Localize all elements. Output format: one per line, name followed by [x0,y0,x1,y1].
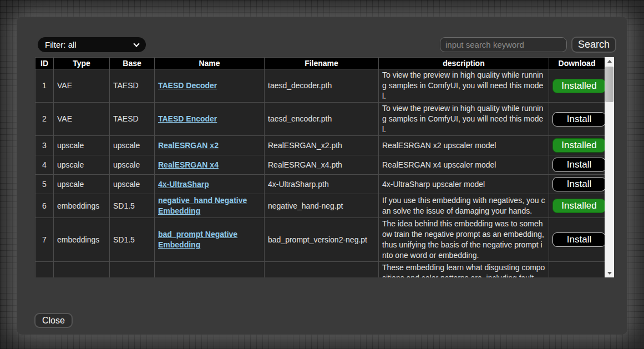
cell-filename: taesd_decoder.pth [265,69,379,103]
models-table-container: ID Type Base Name Filename description D… [35,57,614,277]
table-row: 1VAETAESDTAESD Decodertaesd_decoder.pthT… [36,69,605,103]
table-row: 4upscaleupscaleRealESRGAN x4RealESRGAN_x… [36,155,605,175]
table-header-row: ID Type Base Name Filename description D… [36,58,605,69]
cell-filename: RealESRGAN_x2.pth [265,136,379,155]
table-row: 3upscaleupscaleRealESRGAN x2RealESRGAN_x… [36,136,605,155]
cell-base: TAESD [110,103,155,136]
models-table-body: 1VAETAESDTAESD Decodertaesd_decoder.pthT… [36,69,605,278]
cell-type: embeddings [54,218,110,262]
cell-filename [265,262,379,278]
cell-type: embeddings [54,194,110,218]
models-table: ID Type Base Name Filename description D… [35,57,605,277]
column-header-id: ID [36,58,54,69]
cell-download [549,262,605,278]
model-name-link[interactable]: 4x-UltraSharp [158,180,209,189]
cell-id: 3 [36,136,54,155]
cell-download: Install [549,175,605,194]
column-header-type: Type [54,58,110,69]
install-button[interactable]: Install [552,158,606,172]
search-input[interactable] [440,37,567,52]
cell-type: VAE [54,69,110,103]
cell-id: 2 [36,103,54,136]
close-button[interactable]: Close [34,313,73,328]
cell-filename: taesd_encoder.pth [265,103,379,136]
cell-base: TAESD [110,69,155,103]
cell-filename: 4x-UltraSharp.pth [265,175,379,194]
cell-name: TAESD Encoder [155,103,265,136]
column-header-base: Base [110,58,155,69]
table-row: 5upscaleupscale4x-UltraSharp4x-UltraShar… [36,175,605,194]
cell-filename: RealESRGAN_x4.pth [265,155,379,175]
table-scrollbar[interactable] [605,57,614,277]
cell-description: The idea behind this embedding was to so… [379,218,549,262]
filter-dropdown-label: Filter: all [45,40,77,49]
cell-download: Installed [549,194,605,218]
table-row: 7embeddingsSD1.5bad_prompt Negative Embe… [36,218,605,262]
cell-type: upscale [54,136,110,155]
cell-id: 5 [36,175,54,194]
cell-type: upscale [54,175,110,194]
cell-name: RealESRGAN x4 [155,155,265,175]
install-button[interactable]: Install [552,177,606,191]
column-header-name: Name [155,58,265,69]
installed-button[interactable]: Installed [552,138,606,153]
cell-id: 7 [36,218,54,262]
install-button[interactable]: Install [552,232,606,247]
cell-id [36,262,54,278]
cell-filename: negative_hand-neg.pt [265,194,379,218]
cell-id: 4 [36,155,54,175]
cell-description: To view the preview in high quality whil… [379,69,549,103]
cell-base [110,262,155,278]
model-name-link[interactable]: negative_hand Negative Embedding [158,196,247,215]
cell-base: upscale [110,175,155,194]
model-name-link[interactable]: RealESRGAN x2 [158,141,219,150]
install-models-dialog: Filter: all Search ID Type Base Name Fil… [17,17,627,335]
installed-button[interactable]: Installed [552,199,606,213]
cell-description: To view the preview in high quality whil… [379,103,549,136]
scrollbar-thumb[interactable] [605,67,613,102]
search-button[interactable]: Search [571,37,616,53]
cell-download: Install [549,155,605,175]
column-header-download: Download [549,58,605,69]
table-row: 2VAETAESDTAESD Encodertaesd_encoder.pthT… [36,103,605,136]
cell-name: RealESRGAN x2 [155,136,265,155]
cell-download: Install [549,103,605,136]
cell-name: 4x-UltraSharp [155,175,265,194]
cell-base: SD1.5 [110,218,155,262]
cell-base: SD1.5 [110,194,155,218]
column-header-filename: Filename [265,58,379,69]
model-name-link[interactable]: RealESRGAN x4 [158,160,219,169]
model-name-link[interactable]: TAESD Decoder [158,81,217,90]
cell-download: Installed [549,69,605,103]
cell-description: If you use this embedding with negatives… [379,194,549,218]
cell-description: These embedding learn what disgusting co… [379,262,549,278]
model-name-link[interactable]: bad_prompt Negative Embedding [158,230,237,249]
cell-id: 1 [36,69,54,103]
cell-name: negative_hand Negative Embedding [155,194,265,218]
cell-type: VAE [54,103,110,136]
cell-base: upscale [110,155,155,175]
model-name-link[interactable]: TAESD Encoder [158,114,217,123]
cell-name: bad_prompt Negative Embedding [155,218,265,262]
cell-filename: bad_prompt_version2-neg.pt [265,218,379,262]
cell-base: upscale [110,136,155,155]
cell-name [155,262,265,278]
cell-name: TAESD Decoder [155,69,265,103]
install-button[interactable]: Install [552,112,606,127]
column-header-description: description [379,58,549,69]
cell-download: Install [549,218,605,262]
cell-download: Installed [549,136,605,155]
cell-description: RealESRGAN x4 upscaler model [379,155,549,175]
table-row: 6embeddingsSD1.5negative_hand Negative E… [36,194,605,218]
installed-button[interactable]: Installed [552,79,606,93]
cell-type [54,262,110,278]
chevron-down-icon [133,41,139,47]
cell-id: 6 [36,194,54,218]
scrollbar-down-arrow-icon[interactable] [605,269,614,277]
filter-dropdown[interactable]: Filter: all [38,37,146,52]
scrollbar-up-arrow-icon[interactable] [605,57,614,65]
cell-description: 4x-UltraSharp upscaler model [379,175,549,194]
cell-description: RealESRGAN x2 upscaler model [379,136,549,155]
cell-type: upscale [54,155,110,175]
table-row: These embedding learn what disgusting co… [36,262,605,278]
